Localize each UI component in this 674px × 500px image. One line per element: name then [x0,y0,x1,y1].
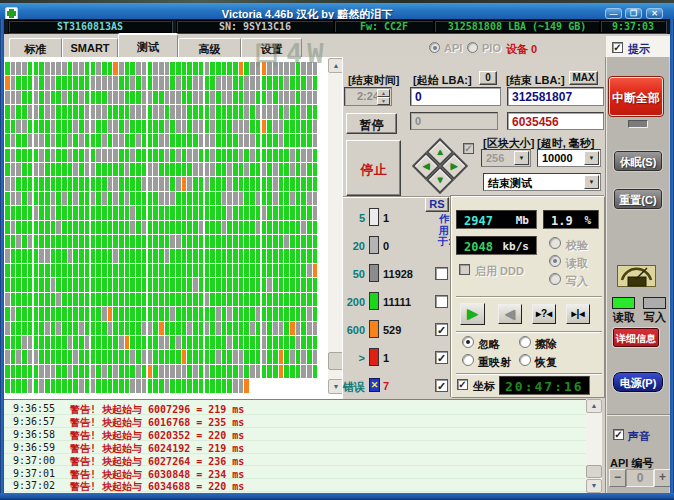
grid-block [233,379,238,392]
mode-radio[interactable] [549,273,561,285]
legend-checkbox[interactable] [435,267,448,280]
start-button[interactable]: ▶ [460,303,485,325]
spin-up-icon[interactable]: ▲ [377,89,390,97]
ddd-checkbox[interactable] [459,264,470,275]
api-minus-button[interactable]: − [609,469,626,487]
seek-end-button[interactable]: ▸|◂ [566,304,590,324]
grid-block [170,149,175,162]
mode-radio[interactable] [549,255,561,267]
grid-block [262,365,267,378]
action-radio[interactable] [519,354,531,366]
grid-block [227,365,232,378]
dropdown-icon[interactable] [584,175,599,189]
end-lba-input[interactable]: 312581807 [507,87,604,106]
grid-block [170,62,175,75]
block-size-combo[interactable]: 256 [481,149,531,167]
tab-advanced[interactable]: 高级 [178,38,241,57]
break-all-button[interactable]: 中断全部 [609,77,663,116]
grid-block [227,76,232,89]
back-button[interactable]: ◀ [498,304,522,324]
scroll-down-icon[interactable]: ▼ [586,479,602,493]
grid-block [301,365,306,378]
grid-block [279,293,284,306]
down-arrow-icon: ▼ [436,175,445,185]
dropdown-icon[interactable] [514,151,529,165]
pio-radio[interactable] [467,42,478,53]
drive-model: ST3160813AS [8,20,172,33]
sound-checkbox[interactable]: ✓ [613,429,624,440]
grid-block [102,336,107,349]
grid-block [170,105,175,118]
legend-checkbox[interactable]: ✓ [435,379,448,392]
timeout-combo[interactable]: 10000 [537,149,601,167]
hint-checkbox[interactable]: ✓ [612,42,623,53]
grid-block [290,235,295,248]
after-test-combo[interactable]: 结束测试 [483,173,601,191]
log-scrollbar[interactable]: ▲ ▼ [586,399,602,493]
spin-down-icon[interactable]: ▼ [377,97,390,105]
event-log[interactable]: 9:36:55警告! 块起始与 6007296 = 219 ms9:36:57警… [4,399,586,493]
passed-value: 2947 [464,214,493,228]
grid-block [16,91,21,104]
log-scrollbar-thumb[interactable] [586,465,602,478]
coord-checkbox[interactable]: ✓ [457,379,468,390]
grid-block [187,149,192,162]
max-button[interactable]: MAX [569,71,598,85]
end-time-spinner[interactable]: 2:24 ▲▼ [344,87,392,106]
minimize-button[interactable]: — [605,8,622,19]
mode-radio[interactable] [549,237,561,249]
window-border [0,493,674,500]
dropdown-icon[interactable] [584,151,599,165]
grid-block [187,379,192,392]
action-radio[interactable] [519,336,531,348]
grid-block [199,293,204,306]
stop-button[interactable]: 停止 [346,140,401,196]
grid-block [51,249,56,262]
zero-button[interactable]: 0 [479,71,497,85]
grid-block [205,264,210,277]
grid-block [165,105,170,118]
legend-checkbox[interactable] [435,295,448,308]
action-radio[interactable] [462,336,474,348]
tab-smart[interactable]: SMART [62,38,118,57]
grid-block [119,206,124,219]
legend-checkbox[interactable]: ✓ [435,351,448,364]
grid-block [73,336,78,349]
grid-block [279,134,284,147]
maximize-button[interactable]: ❐ [625,8,642,19]
grid-block [284,264,289,277]
grid-block [182,322,187,335]
grid-block [85,134,90,147]
grid-block [119,91,124,104]
action-radio[interactable] [462,354,474,366]
sleep-button[interactable]: 休眠(S) [614,151,662,171]
pause-button[interactable]: 暂停 [346,113,397,134]
details-button[interactable]: 详细信息 [613,328,659,347]
close-button[interactable]: ✕ [646,8,663,19]
passed-lcd: 2947Mb [456,210,537,229]
grid-block [176,105,181,118]
tab-standard[interactable]: 标准 [9,38,62,57]
reset-button[interactable]: 重置(C) [614,189,662,209]
tab-test[interactable]: 测试 [118,34,178,57]
scroll-up-icon[interactable]: ▲ [586,399,602,413]
start-lba-input[interactable]: 0 [410,87,501,106]
grid-block [307,235,312,248]
grid-block [227,350,232,363]
power-button[interactable]: 电源(P) [613,372,663,392]
title-bar[interactable]: Victoria 4.46b 汉化 by 黯然的泪下 — ❐ ✕ [0,3,674,19]
loop-checkbox[interactable]: ✓ [463,143,474,154]
grid-block [5,379,10,392]
grid-block [199,192,204,205]
seek-question-button[interactable]: ▸?◂ [532,304,556,324]
grid-block [290,149,295,162]
legend-checkbox[interactable]: ✓ [435,323,448,336]
grid-block [165,120,170,133]
rs-button[interactable]: RS [425,197,449,212]
api-radio[interactable] [429,42,440,53]
grid-block [96,149,101,162]
grid-block [273,350,278,363]
api-plus-button[interactable]: + [654,469,671,487]
grid-block [96,177,101,190]
grid-block [62,206,67,219]
